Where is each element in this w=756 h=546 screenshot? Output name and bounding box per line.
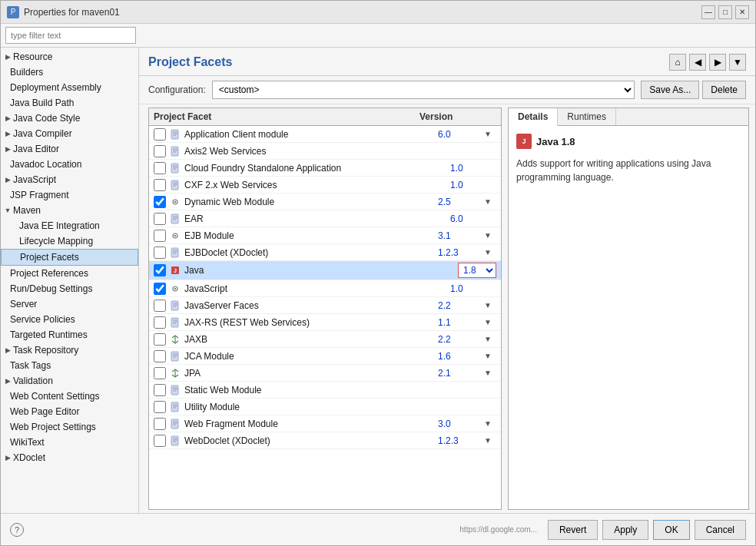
doc-icon	[169, 435, 181, 447]
toolbar-home-button[interactable]: ⌂	[669, 54, 686, 71]
svg-rect-50	[171, 402, 178, 412]
facet-checkbox-ejb-module[interactable]	[154, 230, 166, 242]
maximize-button[interactable]: □	[718, 5, 732, 19]
url-hint: https://dl.google.com...	[459, 525, 537, 534]
sidebar-item-javadoc-location[interactable]: Javadoc Location	[1, 157, 138, 172]
table-row: CXF 2.x Web Services1.0	[149, 177, 501, 194]
facet-version-dropdown[interactable]: ▼	[484, 231, 496, 240]
facet-version-dropdown[interactable]: ▼	[484, 352, 496, 360]
facet-checkbox-java[interactable]	[154, 264, 166, 276]
sidebar-item-targeted-runtimes[interactable]: Targeted Runtimes	[1, 327, 138, 342]
sidebar-item-run-debug-settings[interactable]: Run/Debug Settings	[1, 281, 138, 296]
facet-version-dropdown[interactable]: ▼	[484, 335, 496, 343]
filter-input[interactable]	[5, 27, 136, 44]
facet-version-dropdown[interactable]: ▼	[484, 301, 496, 309]
delete-button[interactable]: Delete	[702, 81, 746, 99]
facet-checkbox-utility-module[interactable]	[154, 401, 166, 413]
cancel-button[interactable]: Cancel	[695, 520, 746, 540]
facet-checkbox-jpa[interactable]	[154, 367, 166, 379]
table-row: EJB Module3.1▼	[149, 227, 501, 244]
sidebar-item-label: Java EE Integration	[19, 220, 100, 231]
sidebar-item-server[interactable]: Server	[1, 296, 138, 312]
table-row: Cloud Foundry Standalone Application1.0	[149, 160, 501, 177]
sidebar-item-deployment-assembly[interactable]: Deployment Assembly	[1, 80, 138, 95]
facet-version-dropdown[interactable]: ▼	[484, 248, 496, 256]
facet-checkbox-javascript[interactable]	[154, 283, 166, 295]
chevron-right-icon: ▶	[4, 454, 12, 462]
facet-version: 2.1	[438, 368, 484, 379]
sidebar-item-wikitext[interactable]: WikiText	[1, 435, 138, 450]
sidebar-item-label: Builders	[10, 67, 43, 78]
facet-version: 2.2	[438, 300, 484, 311]
sidebar-item-web-page-editor[interactable]: Web Page Editor	[1, 404, 138, 419]
details-heading: Java 1.8	[536, 136, 575, 147]
facet-checkbox-ear[interactable]	[154, 213, 166, 225]
sidebar-item-service-policies[interactable]: Service Policies	[1, 312, 138, 327]
tab-runtimes[interactable]: Runtimes	[558, 108, 616, 125]
sidebar-item-jsp-fragment[interactable]: JSP Fragment	[1, 187, 138, 203]
facet-name: JavaServer Faces	[184, 300, 438, 311]
sidebar-item-lifecycle-mapping[interactable]: Lifecycle Mapping	[1, 233, 138, 249]
facet-checkbox-axis2-web-services[interactable]	[154, 145, 166, 157]
facet-version: 1.1	[438, 317, 484, 328]
sidebar-item-java-editor[interactable]: ▶ Java Editor	[1, 141, 138, 157]
sidebar-item-project-references[interactable]: Project References	[1, 266, 138, 281]
minimize-button[interactable]: —	[701, 5, 715, 19]
facet-checkbox-static-web-module[interactable]	[154, 384, 166, 396]
sidebar-item-java-build-path[interactable]: Java Build Path	[1, 95, 138, 111]
svg-rect-12	[171, 180, 178, 190]
sidebar-item-validation[interactable]: ▶ Validation	[1, 373, 138, 389]
facet-name: Axis2 Web Services	[184, 146, 496, 157]
facet-version-dropdown[interactable]: ▼	[484, 197, 496, 206]
facet-checkbox-jax-rs-(rest-web-services)[interactable]	[154, 316, 166, 329]
facet-checkbox-application-client-module[interactable]	[154, 128, 166, 141]
facet-version-dropdown[interactable]: ▼	[484, 130, 496, 138]
facet-checkbox-jca-module[interactable]	[154, 350, 166, 362]
revert-button[interactable]: Revert	[548, 520, 598, 540]
sidebar-item-project-facets[interactable]: Project Facets	[1, 249, 138, 266]
facet-checkbox-webdoclet-(xdoclet)[interactable]	[154, 435, 166, 447]
sidebar-item-maven[interactable]: ▼ Maven	[1, 203, 138, 218]
help-button[interactable]: ?	[10, 523, 24, 537]
sidebar-item-resource[interactable]: ▶ Resource	[1, 49, 138, 65]
sidebar-item-java-code-style[interactable]: ▶ Java Code Style	[1, 111, 138, 126]
sidebar-item-java-compiler[interactable]: ▶ Java Compiler	[1, 126, 138, 141]
sidebar-item-javascript[interactable]: ▶ JavaScript	[1, 172, 138, 187]
config-select[interactable]: <custom>	[212, 81, 635, 99]
close-button[interactable]: ✕	[735, 5, 749, 19]
facet-version-dropdown[interactable]: ▼	[484, 419, 496, 428]
sidebar-item-builders[interactable]: Builders	[1, 65, 138, 80]
sidebar-item-label: Service Policies	[10, 314, 75, 325]
facet-version-dropdown[interactable]: ▼	[484, 318, 496, 326]
svg-rect-8	[171, 164, 178, 173]
sidebar-item-java-ee-integration[interactable]: Java EE Integration	[1, 218, 138, 233]
ok-button[interactable]: OK	[653, 520, 689, 540]
facet-version-select[interactable]: 1.8	[458, 263, 496, 278]
toolbar-back-button[interactable]: ◀	[689, 54, 706, 71]
main-content: ▶ Resource Builders Deployment Assembly …	[1, 48, 755, 513]
tab-details[interactable]: Details	[509, 108, 558, 126]
details-content: J Java 1.8 Adds support for writing appl…	[509, 126, 748, 509]
sidebar-item-xdoclet[interactable]: ▶ XDoclet	[1, 450, 138, 465]
facet-version-dropdown[interactable]: ▼	[484, 436, 496, 445]
facet-checkbox-jaxb[interactable]	[154, 333, 166, 346]
facet-version-dropdown[interactable]: ▼	[484, 369, 496, 377]
java-icon: J	[516, 134, 532, 149]
facets-table: Project Facet Version Application Client…	[148, 108, 502, 510]
svg-rect-46	[171, 386, 178, 395]
toolbar-forward-button[interactable]: ▶	[709, 54, 726, 71]
sidebar-item-task-repository[interactable]: ▶ Task Repository	[1, 342, 138, 358]
facet-checkbox-cloud-foundry-standalone-application[interactable]	[154, 162, 166, 174]
sidebar-item-label: Run/Debug Settings	[10, 283, 92, 294]
sidebar-item-web-content-settings[interactable]: Web Content Settings	[1, 389, 138, 404]
facet-checkbox-ejbdoclet-(xdoclet)[interactable]	[154, 247, 166, 259]
toolbar-menu-button[interactable]: ▼	[729, 54, 746, 71]
facet-checkbox-web-fragment-module[interactable]	[154, 418, 166, 430]
save-as-button[interactable]: Save As...	[641, 81, 699, 99]
sidebar-item-web-project-settings[interactable]: Web Project Settings	[1, 419, 138, 435]
facet-checkbox-cxf-2.x-web-services[interactable]	[154, 179, 166, 191]
sidebar-item-task-tags[interactable]: Task Tags	[1, 358, 138, 373]
facet-checkbox-dynamic-web-module[interactable]	[154, 196, 166, 208]
facet-checkbox-javaserver-faces[interactable]	[154, 299, 166, 312]
apply-button[interactable]: Apply	[602, 520, 648, 540]
